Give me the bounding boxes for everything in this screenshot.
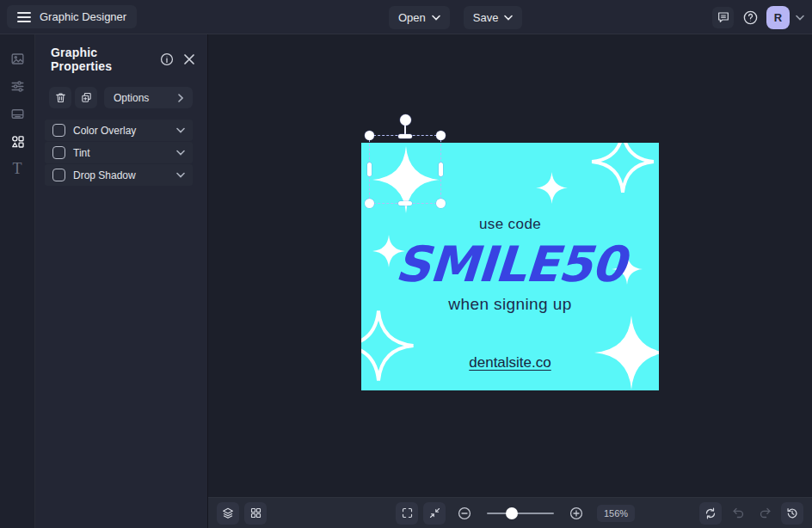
graphic-promo-code[interactable]: SMILE50: [361, 236, 659, 292]
layers-button[interactable]: [217, 502, 239, 525]
sparkle-outline-icon[interactable]: [361, 308, 416, 384]
graphic-link-text[interactable]: dentalsite.co: [361, 354, 659, 371]
bottom-toolbar: 156%: [208, 497, 812, 528]
open-button[interactable]: Open: [389, 6, 450, 29]
sparkle-icon[interactable]: [536, 172, 568, 204]
history-button[interactable]: [781, 502, 803, 525]
sparkle-outline-icon[interactable]: [589, 143, 656, 195]
property-label: Tint: [73, 147, 90, 159]
graphic-text-line1[interactable]: use code: [361, 216, 659, 233]
rotation-stem: [404, 125, 406, 134]
zoom-slider-thumb[interactable]: [506, 507, 518, 519]
comment-icon: [717, 10, 730, 24]
chevron-down-icon: [504, 15, 513, 21]
resize-handle-left[interactable]: [367, 163, 372, 176]
tool-rail: T: [0, 34, 35, 528]
zoom-in-button[interactable]: [566, 503, 587, 524]
chevron-down-icon[interactable]: [176, 172, 185, 178]
shapes-icon: [9, 133, 26, 150]
resize-handle-top-left[interactable]: [365, 131, 374, 140]
property-row-drop-shadow[interactable]: Drop Shadow: [45, 164, 193, 186]
property-list: Color Overlay Tint Drop Shadow: [35, 120, 207, 186]
resize-handle-right[interactable]: [439, 163, 443, 176]
zoom-out-button[interactable]: [454, 503, 475, 524]
avatar[interactable]: R: [766, 6, 790, 29]
chevron-down-icon[interactable]: [176, 150, 185, 156]
color-overlay-checkbox[interactable]: [52, 124, 65, 137]
account-chevron-down-icon[interactable]: [796, 15, 804, 21]
rail-item-images[interactable]: [0, 45, 35, 72]
layers-icon: [221, 507, 235, 520]
resize-handle-bottom-left[interactable]: [365, 199, 374, 208]
plus-circle-icon: [569, 506, 584, 521]
fullscreen-button[interactable]: [396, 502, 418, 525]
property-label: Color Overlay: [73, 125, 136, 137]
panel-toolbar: Options: [35, 80, 207, 108]
property-label: Drop Shadow: [73, 169, 136, 181]
card-icon: [9, 106, 26, 122]
redo-button[interactable]: [754, 503, 775, 524]
file-actions: Open Save: [389, 0, 522, 34]
fit-to-screen-button[interactable]: [423, 502, 446, 525]
open-button-label: Open: [398, 11, 426, 24]
refresh-button[interactable]: [699, 502, 722, 525]
sliders-icon: [9, 78, 26, 95]
info-icon[interactable]: [159, 52, 175, 67]
history-tools: [699, 502, 803, 525]
fullscreen-icon: [401, 507, 414, 519]
chevron-down-icon[interactable]: [176, 127, 185, 133]
resize-handle-top-right[interactable]: [436, 131, 446, 140]
avatar-initial: R: [774, 11, 782, 24]
rail-item-text[interactable]: T: [0, 155, 35, 182]
close-icon[interactable]: [183, 53, 195, 65]
undo-icon: [731, 506, 746, 520]
top-bar: Graphic Designer Open Save: [0, 0, 812, 34]
properties-panel: Graphic Properties Options: [35, 34, 208, 528]
delete-button[interactable]: [49, 87, 71, 108]
panel-title: Graphic Properties: [51, 46, 151, 73]
rail-item-adjustments[interactable]: [0, 72, 35, 100]
view-tools: [217, 502, 267, 525]
trash-icon: [54, 91, 67, 104]
canvas-area[interactable]: use code SMILE50 when signing up dentals…: [208, 34, 812, 497]
save-button[interactable]: Save: [464, 6, 523, 29]
sparkle-icon[interactable]: [594, 316, 659, 390]
design-graphic[interactable]: use code SMILE50 when signing up dentals…: [361, 143, 659, 390]
hamburger-icon: [17, 11, 31, 23]
property-row-color-overlay[interactable]: Color Overlay: [45, 120, 193, 141]
text-icon: T: [13, 161, 22, 176]
zoom-controls: 156%: [396, 502, 635, 525]
rail-item-elements[interactable]: [0, 127, 35, 155]
zoom-slider[interactable]: [487, 507, 554, 519]
history-icon: [785, 507, 799, 520]
image-icon: [9, 51, 26, 67]
resize-handle-bottom-right[interactable]: [436, 199, 446, 208]
redo-icon: [758, 506, 772, 520]
drop-shadow-checkbox[interactable]: [52, 169, 65, 181]
property-row-tint[interactable]: Tint: [45, 142, 193, 163]
rail-item-templates[interactable]: [0, 100, 35, 127]
resize-handle-bottom[interactable]: [398, 201, 412, 206]
rotate-handle[interactable]: [400, 114, 411, 126]
options-button[interactable]: Options: [104, 87, 193, 108]
zoom-level-value: 156%: [604, 508, 628, 519]
pages-grid-button[interactable]: [244, 502, 267, 525]
app-title: Graphic Designer: [40, 10, 126, 23]
zoom-level-badge[interactable]: 156%: [597, 505, 635, 522]
graphic-designer-app: Graphic Designer Open Save: [0, 0, 812, 528]
comments-button[interactable]: [712, 7, 734, 28]
resize-handle-top[interactable]: [398, 134, 412, 138]
duplicate-icon: [80, 91, 93, 104]
help-button[interactable]: [740, 7, 760, 28]
save-button-label: Save: [473, 11, 499, 24]
graphic-text-line2[interactable]: when signing up: [361, 295, 659, 314]
refresh-icon: [704, 507, 717, 520]
options-button-label: Options: [114, 92, 149, 104]
undo-button[interactable]: [728, 503, 748, 524]
minus-circle-icon: [457, 506, 472, 521]
zoom-slider-track[interactable]: [487, 513, 554, 514]
main-menu-button[interactable]: Graphic Designer: [7, 5, 137, 28]
duplicate-button[interactable]: [75, 87, 97, 108]
tint-checkbox[interactable]: [52, 146, 65, 159]
grid-icon: [249, 507, 262, 519]
